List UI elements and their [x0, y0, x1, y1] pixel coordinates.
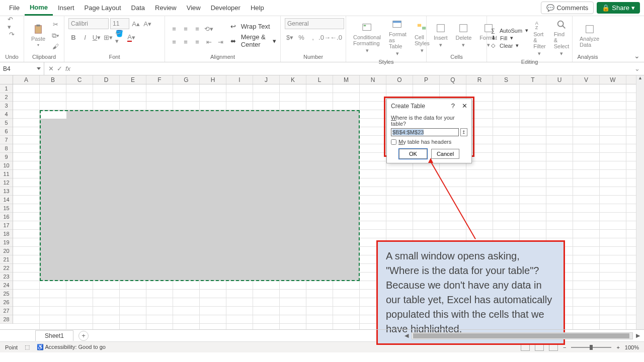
row-header[interactable]: 3: [0, 102, 13, 110]
col-header[interactable]: S: [493, 75, 520, 84]
headers-checkbox[interactable]: [391, 139, 396, 145]
row-header[interactable]: 11: [0, 170, 13, 178]
sheet-tab[interactable]: Sheet1: [35, 330, 73, 341]
format-as-table-button[interactable]: Format as Table▾: [386, 18, 410, 58]
row-header[interactable]: 18: [0, 230, 13, 238]
font-name-select[interactable]: [68, 18, 109, 29]
font-color-button[interactable]: A▾: [126, 32, 136, 42]
dialog-close-button[interactable]: ✕: [462, 102, 467, 110]
menu-page-layout[interactable]: Page Layout: [79, 1, 126, 15]
table-range-input[interactable]: $B$4:$M$23: [391, 128, 459, 136]
row-header[interactable]: 16: [0, 213, 13, 221]
col-header[interactable]: C: [66, 75, 93, 84]
col-header[interactable]: I: [226, 75, 253, 84]
redo-button[interactable]: ↷: [7, 29, 17, 39]
paste-button[interactable]: Paste ▾: [28, 23, 48, 48]
col-header[interactable]: R: [466, 75, 493, 84]
borders-button[interactable]: ⊞▾: [103, 32, 113, 42]
zoom-in-button[interactable]: +: [616, 344, 619, 350]
align-left-button[interactable]: ≡: [169, 37, 179, 47]
wrap-text-button[interactable]: ↩ Wrap Text: [230, 23, 276, 30]
menu-data[interactable]: Data: [126, 1, 150, 15]
share-button[interactable]: 🔒 Share ▾: [597, 2, 640, 14]
select-all-corner[interactable]: [0, 75, 13, 84]
col-header[interactable]: U: [546, 75, 573, 84]
col-header[interactable]: K: [280, 75, 306, 84]
sort-filter-button[interactable]: AZSort & Filter▾: [530, 18, 548, 58]
vertical-scrollbar[interactable]: ▲: [636, 75, 644, 329]
accessibility-status[interactable]: ♿ Accessibility: Good to go: [37, 344, 106, 350]
copy-button[interactable]: ⧉▾: [50, 31, 60, 41]
menu-home[interactable]: Home: [25, 1, 53, 16]
col-header[interactable]: H: [200, 75, 226, 84]
delete-cells-button[interactable]: Delete▾: [453, 22, 475, 49]
row-header[interactable]: 28: [0, 315, 13, 324]
add-sheet-button[interactable]: +: [78, 331, 89, 341]
range-selector-button[interactable]: ↥: [460, 128, 467, 136]
menu-review[interactable]: Review: [150, 1, 182, 15]
col-header[interactable]: M: [333, 75, 360, 84]
autosum-button[interactable]: ∑ AutoSum ▾: [491, 27, 528, 34]
col-header[interactable]: O: [386, 75, 413, 84]
col-header[interactable]: G: [173, 75, 200, 84]
name-box[interactable]: B4: [0, 62, 44, 75]
ok-button[interactable]: OK: [399, 149, 427, 159]
italic-button[interactable]: I: [80, 32, 90, 42]
row-header[interactable]: 9: [0, 153, 13, 161]
zoom-level[interactable]: 100%: [625, 344, 639, 350]
col-header[interactable]: N: [360, 75, 386, 84]
merge-center-button[interactable]: ⬌ Merge & Center ▾: [230, 33, 276, 48]
fx-icon[interactable]: fx: [65, 65, 70, 72]
insert-cells-button[interactable]: Insert▾: [431, 22, 451, 49]
zoom-out-button[interactable]: −: [563, 344, 566, 350]
number-format-select[interactable]: [285, 18, 344, 29]
col-header[interactable]: T: [520, 75, 546, 84]
increase-decimal-button[interactable]: .0→: [319, 32, 330, 42]
col-header[interactable]: P: [413, 75, 440, 84]
decrease-decimal-button[interactable]: ←.0: [331, 32, 341, 42]
row-header[interactable]: 1: [0, 84, 13, 93]
col-header[interactable]: Q: [440, 75, 466, 84]
align-middle-button[interactable]: ≡: [181, 24, 191, 34]
row-header[interactable]: 25: [0, 290, 13, 298]
increase-font-button[interactable]: A▴: [131, 19, 141, 29]
row-header[interactable]: 26: [0, 298, 13, 307]
row-header[interactable]: 13: [0, 187, 13, 196]
cancel-button[interactable]: Cancel: [431, 149, 459, 159]
row-header[interactable]: 12: [0, 178, 13, 187]
scroll-left-button[interactable]: ◀: [405, 332, 409, 339]
macro-record-icon[interactable]: ⬚: [25, 344, 30, 350]
row-header[interactable]: 7: [0, 136, 13, 144]
row-header[interactable]: 27: [0, 307, 13, 315]
col-header[interactable]: D: [93, 75, 120, 84]
menu-insert[interactable]: Insert: [53, 1, 79, 15]
comma-button[interactable]: ,: [308, 32, 318, 42]
analyze-data-button[interactable]: Analyze Data: [577, 23, 602, 49]
conditional-formatting-button[interactable]: Conditional Formatting▾: [350, 21, 384, 55]
enter-formula-icon[interactable]: ✓: [57, 65, 62, 72]
menu-view[interactable]: View: [182, 1, 206, 15]
dialog-help-button[interactable]: ?: [451, 102, 455, 110]
find-select-button[interactable]: Find & Select▾: [551, 18, 573, 58]
row-header[interactable]: 4: [0, 110, 13, 119]
comments-button[interactable]: 💬 Comments: [541, 2, 594, 14]
menu-file[interactable]: File: [4, 1, 25, 15]
row-header[interactable]: 8: [0, 144, 13, 153]
col-header[interactable]: B: [40, 75, 66, 84]
collapse-ribbon-button[interactable]: ⌄: [634, 52, 640, 60]
row-header[interactable]: 6: [0, 127, 13, 136]
row-header[interactable]: 14: [0, 196, 13, 204]
fill-button[interactable]: ⬇ Fill ▾: [491, 35, 528, 41]
expand-formula-icon[interactable]: ⌄: [630, 65, 644, 72]
currency-button[interactable]: $▾: [285, 32, 295, 42]
scroll-right-button[interactable]: ▶: [636, 332, 640, 339]
cut-button[interactable]: ✂: [50, 20, 60, 30]
fill-color-button[interactable]: 🪣▾: [115, 32, 125, 42]
orientation-button[interactable]: ⟲▾: [204, 24, 214, 34]
row-header[interactable]: 10: [0, 161, 13, 170]
decrease-indent-button[interactable]: ⇤: [204, 37, 214, 47]
bold-button[interactable]: B: [68, 32, 78, 42]
row-header[interactable]: 5: [0, 119, 13, 127]
headers-checkbox-row[interactable]: My table has headers: [391, 139, 467, 145]
row-header[interactable]: 15: [0, 204, 13, 213]
